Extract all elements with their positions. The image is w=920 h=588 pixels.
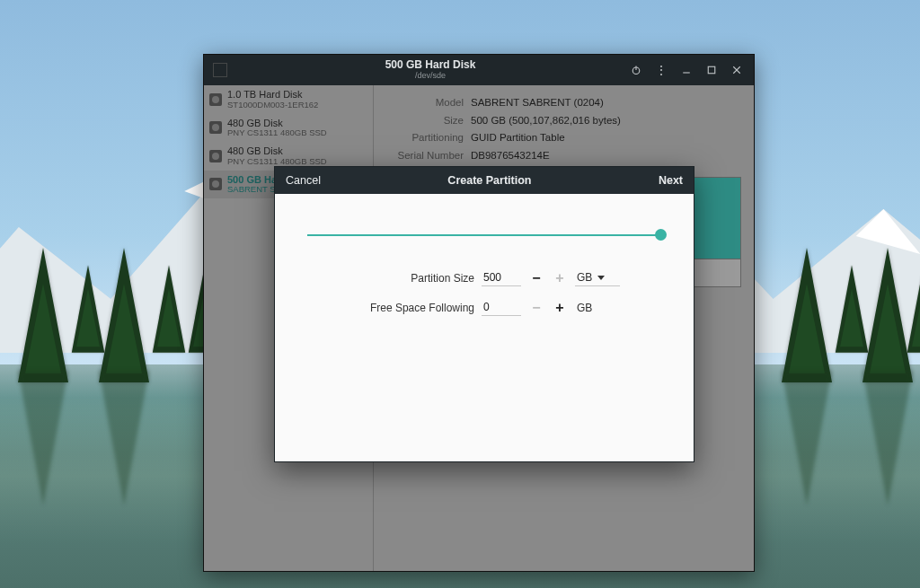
free-increment-button[interactable]: + xyxy=(552,300,568,316)
disk-icon xyxy=(209,150,222,162)
svg-rect-8 xyxy=(708,66,715,74)
value-partitioning: GUID Partition Table xyxy=(471,129,565,147)
free-unit-label: GB xyxy=(575,300,620,316)
label-free-space: Free Space Following xyxy=(349,302,474,314)
partition-size-input[interactable] xyxy=(482,269,521,286)
chevron-down-icon xyxy=(597,276,605,280)
free-space-input[interactable] xyxy=(482,299,521,316)
device-name: 480 GB Disk xyxy=(227,145,327,157)
free-unit-value: GB xyxy=(577,302,592,314)
create-partition-dialog: Cancel Create Partition Next Partition S… xyxy=(274,166,694,462)
device-item[interactable]: 1.0 TB Hard Disk ST1000DM003-1ER162 xyxy=(204,85,373,114)
disk-icon xyxy=(209,178,222,190)
disk-icon xyxy=(209,93,222,106)
label-model: Model xyxy=(383,94,464,112)
dialog-titlebar: Cancel Create Partition Next xyxy=(275,167,694,194)
window-titlebar: 500 GB Hard Disk /dev/sde ⋮ xyxy=(204,55,754,85)
device-sub: ST1000DM003-1ER162 xyxy=(227,101,318,110)
slider-thumb[interactable] xyxy=(655,229,667,241)
disk-icon xyxy=(209,121,222,134)
label-partitioning: Partitioning xyxy=(383,129,464,147)
maximize-icon[interactable] xyxy=(705,64,718,76)
free-decrement-button[interactable]: − xyxy=(528,300,544,316)
device-name: 1.0 TB Hard Disk xyxy=(227,89,318,101)
value-model: SABRENT SABRENT (0204) xyxy=(471,94,604,112)
dialog-title: Create Partition xyxy=(321,174,659,187)
label-partition-size: Partition Size xyxy=(349,272,474,285)
next-button[interactable]: Next xyxy=(659,174,683,187)
device-sub: PNY CS1311 480GB SSD xyxy=(227,128,327,138)
app-menu-icon[interactable] xyxy=(213,63,227,77)
window-title: 500 GB Hard Disk xyxy=(231,59,630,71)
label-serial: Serial Number xyxy=(383,147,464,165)
value-serial: DB9876543214E xyxy=(471,147,550,165)
kebab-menu-icon[interactable]: ⋮ xyxy=(655,64,668,76)
device-item[interactable]: 480 GB Disk PNY CS1311 480GB SSD xyxy=(204,114,373,143)
size-increment-button[interactable]: + xyxy=(552,270,568,286)
label-size: Size xyxy=(383,112,464,130)
size-unit-select[interactable]: GB xyxy=(575,269,620,286)
partition-size-slider[interactable] xyxy=(307,226,661,244)
size-decrement-button[interactable]: − xyxy=(528,270,544,286)
value-size: 500 GB (500,107,862,016 bytes) xyxy=(471,112,621,130)
minimize-icon[interactable] xyxy=(680,64,693,76)
window-subtitle: /dev/sde xyxy=(231,72,630,81)
size-unit-value: GB xyxy=(577,271,592,284)
cancel-button[interactable]: Cancel xyxy=(286,174,321,187)
close-icon[interactable] xyxy=(730,64,743,76)
power-icon[interactable] xyxy=(630,64,642,76)
desktop-wallpaper: 500 GB Hard Disk /dev/sde ⋮ xyxy=(0,0,920,588)
